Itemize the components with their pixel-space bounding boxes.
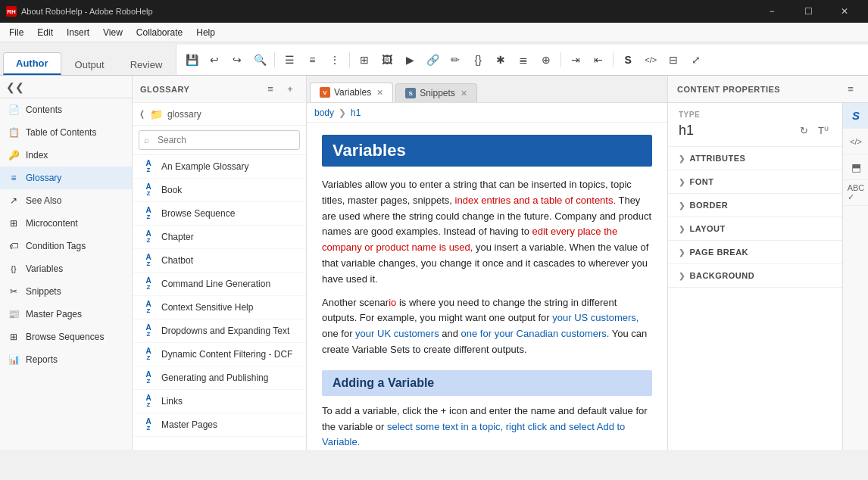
table-button[interactable]: ⊞ [354, 49, 375, 70]
rp-accordion-header-attributes[interactable]: ❯ ATTRIBUTES [668, 147, 842, 170]
fullscreen-button[interactable]: ⤢ [685, 49, 707, 70]
video-button[interactable]: ▶ [399, 49, 420, 70]
sidebar-item-contents[interactable]: 📄 Contents [0, 98, 132, 121]
list-ordered-button[interactable]: ≡ [301, 49, 323, 70]
sidebar-item-condition-tags[interactable]: 🏷 Condition Tags [0, 235, 132, 257]
sidebar-item-master-pages[interactable]: 📰 Master Pages [0, 303, 132, 326]
list-item-button[interactable]: ⋮ [324, 49, 345, 70]
menu-edit[interactable]: Edit [31, 25, 59, 40]
minimize-button[interactable]: − [754, 0, 789, 23]
lines-button[interactable]: ≣ [513, 49, 534, 70]
list-item[interactable]: AZ Generating and Publishing [133, 366, 306, 390]
source-mode-button[interactable]: </> [640, 49, 661, 70]
pen-button[interactable]: ✏ [445, 49, 466, 70]
breadcrumb-body[interactable]: body [314, 108, 334, 118]
right-panel-header: CONTENT PROPERTIES ≡ [668, 76, 868, 103]
sidebar-item-snippets[interactable]: ✂ Snippets [0, 280, 132, 303]
content-tab-variables[interactable]: V Variables ✕ [310, 83, 393, 102]
sidebar-item-glossary[interactable]: ≡ Glossary [0, 167, 132, 189]
rp-export-button[interactable]: ⬒ [843, 154, 868, 180]
snippets-tab-close[interactable]: ✕ [461, 89, 467, 98]
indent-icon: ⇥ [571, 54, 580, 66]
list-item[interactable]: AZ Command Line Generation [133, 273, 306, 296]
panel-back-button[interactable]: ❬ [139, 109, 145, 119]
plus-circle-button[interactable]: ⊕ [535, 49, 557, 70]
variables-tab-close[interactable]: ✕ [376, 88, 383, 98]
sidebar-item-see-also[interactable]: ↗ See Also [0, 189, 132, 212]
chevron-right-icon: ❯ [679, 272, 685, 280]
menu-view[interactable]: View [97, 25, 129, 40]
panel-nav: ❬ 📁 glossary [133, 103, 306, 126]
outdent-button[interactable]: ⇤ [588, 49, 609, 70]
image-button[interactable]: 🖼 [376, 49, 398, 70]
rp-accordion-header-font[interactable]: ❯ FONT [668, 170, 842, 193]
menu-collaborate[interactable]: Collaborate [130, 25, 189, 40]
tab-review[interactable]: Review [118, 55, 175, 75]
variables-tab-icon: V [320, 87, 330, 98]
sidebar-item-reports[interactable]: 📊 Reports [0, 348, 132, 371]
list-item[interactable]: AZ Links [133, 390, 306, 413]
search-input[interactable] [139, 130, 300, 150]
sidebar-item-variables[interactable]: {} Variables [0, 257, 132, 280]
sidebar-item-index[interactable]: 🔑 Index [0, 144, 132, 167]
close-button[interactable]: ✕ [827, 0, 862, 23]
style-mode-button[interactable]: S [617, 49, 639, 70]
list-item[interactable]: AZ Master Pages [133, 413, 306, 437]
list-item[interactable]: AZ Browse Sequence [133, 202, 306, 226]
rp-code-button[interactable]: </> [843, 129, 868, 154]
rp-accordion-header-layout[interactable]: ❯ LAYOUT [668, 217, 842, 240]
rp-spellcheck-button[interactable]: ABC✓ [843, 180, 868, 206]
asterisk-button[interactable]: ✱ [490, 49, 511, 70]
collapse-icon[interactable]: ❮❮ [6, 81, 24, 93]
rp-accordion-header-border[interactable]: ❯ BORDER [668, 194, 842, 217]
indent-button[interactable]: ⇥ [565, 49, 586, 70]
main-layout: ❮❮ 📄 Contents 📋 Table of Contents 🔑 Inde… [0, 76, 868, 450]
content-tab-snippets[interactable]: S Snippets ✕ [395, 83, 477, 102]
list-item[interactable]: AZ Chapter [133, 226, 306, 249]
snippets-tab-icon: S [405, 88, 416, 98]
save-button[interactable]: 💾 [181, 49, 202, 70]
split-view-button[interactable]: ⊟ [663, 49, 684, 70]
link-button[interactable]: 🔗 [422, 49, 443, 70]
panel-nav-label: glossary [167, 109, 201, 120]
sidebar-item-browse-sequences[interactable]: ⊞ Browse Sequences [0, 326, 132, 348]
sidebar-collapse[interactable]: ❮❮ [0, 76, 132, 98]
breadcrumb-h1[interactable]: h1 [351, 108, 361, 118]
variables-icon: {} [8, 263, 20, 275]
typography-icon[interactable]: Tᵁ [815, 122, 832, 139]
list-item[interactable]: AZ Book [133, 179, 306, 202]
menu-file[interactable]: File [3, 25, 30, 40]
window-controls[interactable]: − ☐ ✕ [754, 0, 862, 23]
sep2 [349, 52, 350, 67]
redo-button[interactable]: ↪ [226, 49, 248, 70]
sidebar-item-microcontent[interactable]: ⊞ Microcontent [0, 212, 132, 235]
split-view-icon: ⊟ [669, 54, 678, 66]
list-unordered-button[interactable]: ☰ [279, 49, 300, 70]
code-button[interactable]: {} [467, 49, 489, 70]
tab-author[interactable]: Author [3, 52, 61, 75]
list-item[interactable]: AZ Dropdowns and Expanding Text [133, 319, 306, 343]
panel-add-button[interactable]: + [282, 81, 298, 98]
rp-accordion-header-page-break[interactable]: ❯ PAGE BREAK [668, 241, 842, 263]
menu-bar: File Edit Insert View Collaborate Help [0, 23, 868, 42]
find-button[interactable]: 🔍 [249, 49, 270, 70]
sidebar-items: 📄 Contents 📋 Table of Contents 🔑 Index ≡… [0, 98, 132, 450]
rp-style-button[interactable]: S [843, 103, 868, 129]
tab-output[interactable]: Output [63, 55, 117, 75]
refresh-icon[interactable]: ↻ [795, 122, 812, 139]
rp-accordion-header-background[interactable]: ❯ BACKGROUND [668, 264, 842, 287]
menu-help[interactable]: Help [190, 25, 221, 40]
undo-button[interactable]: ↩ [204, 49, 225, 70]
see-also-icon: ↗ [8, 195, 20, 207]
list-item[interactable]: AZ Chatbot [133, 249, 306, 273]
glossary-list: AZ An Example Glossary AZ Book AZ Browse… [133, 155, 306, 450]
properties-settings-button[interactable]: ≡ [842, 81, 859, 98]
maximize-button[interactable]: ☐ [791, 0, 826, 23]
sidebar-item-toc[interactable]: 📋 Table of Contents [0, 121, 132, 144]
find-icon: 🔍 [254, 54, 267, 66]
list-item[interactable]: AZ An Example Glossary [133, 155, 306, 179]
panel-settings-button[interactable]: ≡ [262, 81, 279, 98]
menu-insert[interactable]: Insert [61, 25, 95, 40]
list-item[interactable]: AZ Context Sensitive Help [133, 296, 306, 319]
list-item[interactable]: AZ Dynamic Content Filtering - DCF [133, 343, 306, 366]
